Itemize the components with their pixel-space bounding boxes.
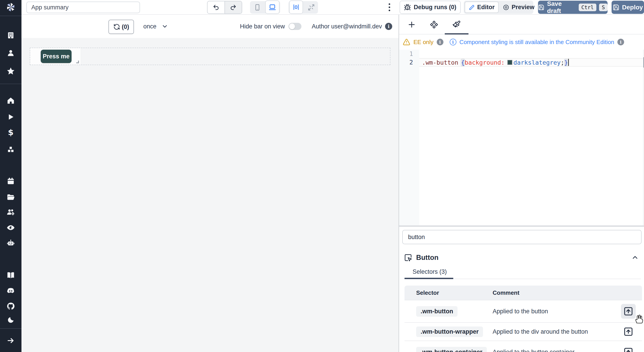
selector-comment: Applied to the div around the button: [492, 328, 588, 335]
sidebar-item-groups[interactable]: [6, 208, 15, 216]
selectors-tab-underline: [404, 278, 453, 279]
calendar-icon: [7, 177, 15, 185]
sidebar-item-variables[interactable]: $: [6, 128, 15, 137]
table-row: .wm-button-container Applied to the butt…: [404, 340, 642, 352]
tab-preview[interactable]: Preview: [499, 2, 538, 13]
sidebar-item-folders[interactable]: [6, 193, 15, 202]
apply-selector-button[interactable]: [623, 347, 634, 352]
color-swatch[interactable]: [507, 60, 512, 65]
button-click-icon: [404, 254, 412, 262]
tab-add-component[interactable]: [406, 19, 417, 30]
paintbrush-icon: [452, 20, 461, 29]
save-draft-label: Save draft: [547, 0, 576, 14]
table-row: .wm-button Applied to the button: [404, 300, 642, 322]
sidebar-item-audit[interactable]: [6, 223, 15, 232]
sidebar-item-runs[interactable]: [6, 112, 15, 122]
run-mode-dropdown[interactable]: once: [143, 15, 168, 38]
undo-redo-group: [207, 1, 242, 14]
center-layout-button[interactable]: [289, 0, 303, 14]
save-icon: [538, 4, 544, 11]
css-selector-token: .wm-button: [422, 59, 458, 66]
sidebar: $: [0, 0, 22, 352]
ee-only-badge: EE only: [414, 39, 434, 46]
tab-components[interactable]: [429, 19, 440, 30]
fullscreen-button[interactable]: [306, 4, 317, 11]
app-canvas[interactable]: (0) once Hide bar on view Author user@wi…: [22, 15, 398, 352]
press-me-button[interactable]: Press me: [41, 50, 72, 63]
sidebar-item-workspace[interactable]: [6, 31, 15, 40]
semicolon-token: ;: [560, 59, 564, 66]
windmill-logo-icon[interactable]: [5, 2, 16, 12]
tab-selectors[interactable]: Selectors (3): [412, 268, 447, 275]
component-search-input[interactable]: [402, 230, 642, 244]
open-brace-token: {: [461, 59, 465, 66]
undo-button[interactable]: [208, 1, 224, 14]
arrow-up-square-icon: [624, 327, 633, 336]
hide-bar-toggle[interactable]: [288, 23, 302, 30]
info-icon[interactable]: i: [437, 39, 444, 46]
tab-editor[interactable]: Editor: [465, 2, 499, 13]
canvas-header: (0) once Hide bar on view Author user@wi…: [22, 15, 398, 38]
apply-selector-button[interactable]: [623, 306, 634, 316]
sidebar-item-home[interactable]: [6, 96, 15, 105]
kbd-s: S: [599, 4, 608, 11]
css-code-editor[interactable]: 1 2 .wm-button{background:darkslategrey;…: [399, 50, 644, 226]
sidebar-expand-button[interactable]: [6, 336, 15, 345]
refresh-count: (0): [122, 24, 129, 30]
editor-scrollbar[interactable]: [643, 50, 644, 226]
app-summary-input[interactable]: [26, 2, 140, 13]
code-line[interactable]: .wm-button{background:darkslategrey;}: [422, 58, 569, 67]
selectors-table: Selector Comment .wm-button Applied to t…: [404, 286, 642, 352]
author-info: Author user@windmill.dev i: [312, 15, 392, 38]
align-center-icon: [292, 4, 300, 11]
refresh-icon: [113, 24, 120, 30]
resize-handle-icon[interactable]: [76, 60, 79, 63]
hide-bar-control: Hide bar on view: [240, 15, 302, 38]
close-brace-token: }: [564, 59, 568, 66]
moon-icon: [7, 316, 14, 324]
chevron-down-icon: [162, 23, 168, 30]
button-component-cell[interactable]: Press me: [30, 48, 81, 65]
dollar-icon: $: [7, 128, 15, 137]
panel-splitter[interactable]: [399, 226, 644, 227]
user-icon: [7, 49, 15, 57]
sidebar-item-discord[interactable]: [6, 286, 15, 295]
sidebar-item-docs[interactable]: [6, 270, 15, 280]
more-menu-button[interactable]: [388, 3, 390, 11]
svg-text:$: $: [8, 128, 14, 137]
desktop-view-button[interactable]: [265, 0, 280, 14]
mobile-view-button[interactable]: [250, 4, 265, 11]
sidebar-item-user[interactable]: [6, 48, 15, 58]
sidebar-divider: [0, 328, 22, 329]
save-draft-button[interactable]: Save draft Ctrl S: [538, 1, 608, 14]
component-section-header[interactable]: Button: [404, 252, 438, 263]
line-number: 2: [399, 58, 413, 67]
table-row: .wm-button-wrapper Applied to the div ar…: [404, 322, 642, 340]
info-icon[interactable]: i: [385, 23, 392, 30]
undo-icon: [213, 4, 219, 11]
tab-styling[interactable]: [451, 19, 462, 30]
sidebar-item-favorites[interactable]: [6, 67, 15, 76]
refresh-button[interactable]: (0): [108, 20, 134, 34]
eye-icon: [6, 224, 15, 232]
sidebar-item-github[interactable]: [6, 302, 15, 311]
selector-comment: Applied to the button container: [492, 349, 574, 352]
user-group-gear-icon: [6, 208, 15, 216]
collapse-section-button[interactable]: [631, 254, 639, 261]
apply-selector-button[interactable]: [623, 326, 634, 337]
info-icon[interactable]: i: [450, 39, 456, 46]
col-selector: Selector: [404, 290, 492, 296]
github-icon: [6, 302, 15, 310]
sidebar-item-schedules[interactable]: [6, 177, 15, 186]
sidebar-item-theme[interactable]: [6, 316, 15, 324]
selector-comment: Applied to the button: [492, 308, 548, 315]
deploy-button[interactable]: Deploy: [612, 1, 644, 14]
plus-icon: [407, 20, 416, 29]
canvas-grid-row: Press me: [30, 48, 390, 65]
redo-button[interactable]: [224, 1, 242, 14]
debug-runs-button[interactable]: Debug runs (0): [400, 1, 461, 14]
info-icon[interactable]: i: [618, 39, 624, 46]
component-icon: [430, 20, 438, 29]
sidebar-item-workers[interactable]: [6, 238, 15, 248]
sidebar-item-resources[interactable]: [6, 145, 15, 154]
